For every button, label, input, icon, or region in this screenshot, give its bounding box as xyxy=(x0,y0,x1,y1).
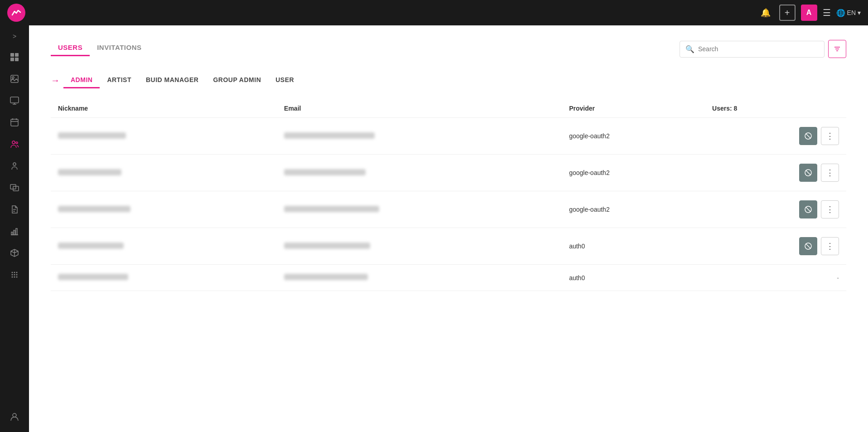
sidebar-item-dashboard[interactable] xyxy=(5,47,24,67)
nickname-cell xyxy=(51,118,277,155)
table-row: google-oauth2⋮ xyxy=(51,191,846,228)
provider-cell: auth0 xyxy=(562,228,705,265)
sidebar-item-analytics[interactable] xyxy=(5,221,24,241)
svg-rect-2 xyxy=(10,58,14,61)
role-tab-group-admin[interactable]: GROUP ADMIN xyxy=(206,73,268,88)
svg-point-34 xyxy=(13,413,16,417)
svg-rect-0 xyxy=(10,53,14,57)
role-tab-artist[interactable]: ARTIST xyxy=(100,73,139,88)
logo[interactable] xyxy=(7,4,25,22)
content-header: USERS INVITATIONS 🔍 xyxy=(51,40,846,58)
sidebar-item-gallery[interactable] xyxy=(5,178,24,198)
role-tabs-row: → ADMIN ARTIST BUID MANAGER GROUP ADMIN … xyxy=(51,73,846,88)
filter-button[interactable] xyxy=(828,40,846,58)
sidebar-item-cube[interactable] xyxy=(5,243,24,263)
notifications-button[interactable]: 🔔 xyxy=(757,5,774,21)
main-content: USERS INVITATIONS 🔍 → AD xyxy=(29,25,868,432)
block-button[interactable] xyxy=(799,200,817,218)
search-input[interactable] xyxy=(698,45,819,53)
nickname-cell xyxy=(51,191,277,228)
svg-point-14 xyxy=(16,142,18,144)
sidebar-toggle[interactable]: > xyxy=(9,29,20,44)
svg-point-29 xyxy=(14,274,15,276)
col-nickname: Nickname xyxy=(51,99,277,118)
role-tab-user[interactable]: USER xyxy=(268,73,301,88)
actions-cell: - xyxy=(705,265,846,291)
add-button[interactable]: + xyxy=(779,5,796,21)
search-filter-row: 🔍 xyxy=(680,40,846,58)
avatar[interactable]: A xyxy=(801,5,817,21)
col-provider: Provider xyxy=(562,99,705,118)
provider-cell: google-oauth2 xyxy=(562,155,705,191)
table-row: google-oauth2⋮ xyxy=(51,155,846,191)
svg-rect-21 xyxy=(11,232,13,235)
svg-point-27 xyxy=(16,272,18,273)
table-row: google-oauth2⋮ xyxy=(51,118,846,155)
svg-point-28 xyxy=(12,274,13,276)
search-icon: 🔍 xyxy=(685,45,694,53)
svg-rect-9 xyxy=(11,119,18,126)
tab-invitations[interactable]: INVITATIONS xyxy=(90,40,149,56)
svg-rect-23 xyxy=(16,228,17,235)
actions-cell: ⋮ xyxy=(705,155,846,191)
svg-rect-6 xyxy=(10,97,19,103)
dash: - xyxy=(837,274,839,282)
email-cell xyxy=(277,118,562,155)
menu-button[interactable]: ☰ xyxy=(823,7,831,18)
sidebar-item-user[interactable] xyxy=(5,156,24,176)
arrow-indicator: → xyxy=(51,75,60,86)
svg-rect-4 xyxy=(11,75,18,83)
block-button[interactable] xyxy=(799,237,817,255)
block-button[interactable] xyxy=(799,164,817,182)
svg-point-32 xyxy=(14,277,15,278)
role-tab-buid-manager[interactable]: BUID MANAGER xyxy=(139,73,206,88)
table-row: auth0⋮ xyxy=(51,228,846,265)
more-button[interactable]: ⋮ xyxy=(821,127,839,145)
table-header-row: Nickname Email Provider Users: 8 xyxy=(51,99,846,118)
email-cell xyxy=(277,265,562,291)
topbar-right: 🔔 + A ☰ 🌐 EN ▾ xyxy=(757,5,861,21)
actions-cell: ⋮ xyxy=(705,118,846,155)
provider-cell: google-oauth2 xyxy=(562,191,705,228)
more-button[interactable]: ⋮ xyxy=(821,200,839,218)
search-box: 🔍 xyxy=(680,41,825,58)
table-row: auth0- xyxy=(51,265,846,291)
svg-point-26 xyxy=(14,272,15,273)
more-button[interactable]: ⋮ xyxy=(821,164,839,182)
svg-line-45 xyxy=(806,244,811,249)
sidebar-item-document[interactable] xyxy=(5,199,24,219)
provider-cell: auth0 xyxy=(562,265,705,291)
svg-rect-3 xyxy=(15,58,19,61)
svg-point-5 xyxy=(12,77,14,78)
block-button[interactable] xyxy=(799,127,817,145)
svg-point-33 xyxy=(16,277,18,278)
svg-point-13 xyxy=(12,141,15,144)
nickname-cell xyxy=(51,155,277,191)
actions-cell: ⋮ xyxy=(705,191,846,228)
svg-rect-1 xyxy=(15,53,19,57)
language-selector[interactable]: 🌐 EN ▾ xyxy=(836,9,861,17)
sidebar-item-apps[interactable] xyxy=(5,265,24,285)
more-button[interactable]: ⋮ xyxy=(821,237,839,255)
sidebar-item-profile[interactable] xyxy=(5,407,24,427)
svg-point-15 xyxy=(13,163,16,165)
sidebar-item-monitor[interactable] xyxy=(5,91,24,111)
svg-point-30 xyxy=(16,274,18,276)
main-layout: > xyxy=(0,25,868,432)
svg-point-25 xyxy=(12,272,13,273)
tab-users[interactable]: USERS xyxy=(51,40,90,56)
topbar: 🔔 + A ☰ 🌐 EN ▾ xyxy=(0,0,868,25)
svg-line-41 xyxy=(806,170,811,175)
provider-cell: google-oauth2 xyxy=(562,118,705,155)
sidebar-item-users[interactable] xyxy=(5,134,24,154)
actions-cell: ⋮ xyxy=(705,228,846,265)
email-cell xyxy=(277,191,562,228)
col-email: Email xyxy=(277,99,562,118)
sidebar: > xyxy=(0,25,29,432)
users-table: Nickname Email Provider Users: 8 google-… xyxy=(51,99,846,291)
topbar-left xyxy=(7,4,25,22)
role-tab-admin[interactable]: ADMIN xyxy=(63,73,100,88)
sidebar-item-calendar[interactable] xyxy=(5,112,24,132)
svg-rect-22 xyxy=(14,230,15,235)
sidebar-item-images[interactable] xyxy=(5,69,24,89)
